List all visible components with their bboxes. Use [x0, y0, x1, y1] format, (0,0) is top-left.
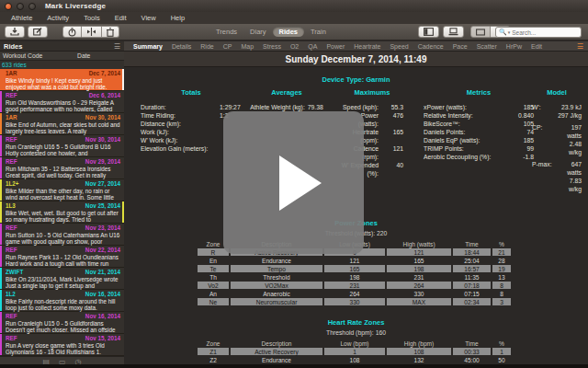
- split-icon: [86, 28, 96, 36]
- delete-button[interactable]: [102, 26, 119, 38]
- ride-workout-code: 1L2: [6, 291, 16, 298]
- zone-cell: 46: [492, 364, 511, 368]
- menu-view[interactable]: View: [134, 14, 164, 22]
- zone-cell: 07:18: [453, 282, 491, 289]
- tab-scatter[interactable]: Scatter: [472, 43, 502, 50]
- ride-list: 1ARDec 7, 2014Bike Windy bindy ! Kept ea…: [0, 69, 124, 356]
- zone-row: TeTempo16519816:5719: [198, 265, 511, 272]
- tab-power[interactable]: Power: [322, 43, 349, 50]
- ride-description: Run Sutton 10 - 5 Old Caterhamians An U1…: [6, 232, 120, 246]
- search-box[interactable]: 🔍 ▾: [495, 27, 582, 38]
- ride-list-item[interactable]: 1ARNov 30, 2014Bike End of Autumn, clear…: [0, 113, 124, 135]
- ride-list-item[interactable]: REFNov 22, 2014Run Raynes Park 13 - 12 O…: [0, 246, 124, 268]
- tabbed-view-button[interactable]: [470, 26, 491, 38]
- ride-list-item[interactable]: REFNov 16, 2014Run Cranleigh U15 0 - 5 G…: [0, 312, 124, 334]
- device-type: Device Type: Garmin: [124, 75, 588, 84]
- stopwatch-button[interactable]: [62, 26, 82, 38]
- zone-cell: 231: [387, 273, 451, 281]
- stat-label: Distance (km):: [141, 120, 220, 128]
- tab-qa[interactable]: QA: [303, 43, 322, 50]
- search-input[interactable]: [512, 29, 571, 36]
- zone-cell: Endurance: [231, 257, 322, 264]
- zone-cell: Te: [198, 265, 229, 272]
- play-icon[interactable]: [279, 155, 322, 211]
- tab-cadence[interactable]: Cadence: [413, 43, 448, 50]
- ride-list-item[interactable]: 1L2Nov 16, 2014Bike Fairly non-descript …: [0, 290, 124, 312]
- tab-details[interactable]: Details: [167, 43, 196, 50]
- ride-list-item[interactable]: 1L3Nov 25, 2014Bike Wet, wet, wet. But g…: [0, 201, 124, 224]
- ride-list-item[interactable]: REFNov 23, 2014Run Sutton 10 - 5 Old Cat…: [0, 224, 124, 246]
- ride-list-item[interactable]: REFNov 29, 2014Run Mitcham 35 - 12 Batte…: [0, 157, 124, 179]
- stat-label: Aerobic Decoupling (%):: [424, 153, 523, 161]
- ride-list-item[interactable]: REFDec 6, 2014Run Old Wandsworthians 0 -…: [0, 91, 124, 113]
- ride-color-stripe: [0, 268, 2, 289]
- sidebar-title: Rides: [4, 42, 22, 51]
- zone-cell: Endurance: [231, 356, 322, 363]
- ride-list-item[interactable]: REFNov 30, 2014Run Cranleigh U16 5 - 5 G…: [0, 135, 124, 157]
- zone-cell: 3: [492, 298, 511, 305]
- zone-cell: Z1: [198, 348, 229, 355]
- subheader: Rides ☰ SummaryDetailsRideCPMapStressO2Q…: [0, 41, 588, 52]
- viewtab-rides[interactable]: Rides: [273, 27, 304, 37]
- tab-heartrate[interactable]: Heartrate: [349, 43, 385, 50]
- menu-athlete[interactable]: Athlete: [4, 14, 40, 22]
- tab-pace[interactable]: Pace: [448, 43, 472, 50]
- tab-cp[interactable]: CP: [219, 43, 237, 50]
- split-button[interactable]: [82, 26, 102, 38]
- tabbar-menu-icon[interactable]: ☰: [577, 42, 583, 51]
- window-close-button[interactable]: [5, 3, 12, 10]
- import-activity-button[interactable]: [5, 26, 25, 38]
- menu-tools[interactable]: Tools: [76, 14, 107, 22]
- zone-cell: Anaerobic: [231, 290, 322, 297]
- tab-map[interactable]: Map: [236, 43, 258, 50]
- tab-stress[interactable]: Stress: [258, 43, 286, 50]
- window-minimize-button[interactable]: [17, 3, 24, 10]
- stat-label: xPower (watts):: [424, 103, 524, 111]
- folder-icon[interactable]: ▭: [59, 359, 66, 366]
- column-header-metrics: Metrics: [424, 88, 534, 97]
- ride-color-stripe: [0, 179, 2, 201]
- ride-workout-code: 1L3: [6, 202, 16, 210]
- menu-activity[interactable]: Activity: [40, 14, 76, 22]
- clock-icon[interactable]: ◷: [75, 359, 82, 366]
- date-column[interactable]: Date: [77, 52, 90, 59]
- zone-cell: 13: [492, 273, 511, 281]
- video-play-overlay[interactable]: [223, 111, 364, 254]
- ride-date: Nov 30, 2014: [85, 136, 120, 144]
- sidebar-menu-icon[interactable]: ☰: [114, 42, 120, 51]
- grid-icon[interactable]: ▤: [42, 359, 50, 366]
- zone-cell: 11:35: [453, 273, 491, 281]
- menu-help[interactable]: Help: [164, 14, 192, 22]
- trash-icon: [107, 28, 114, 37]
- lowbar-toggle-button[interactable]: [443, 26, 464, 38]
- ride-list-item[interactable]: 1ARDec 7, 2014Bike Windy bindy ! Kept ea…: [0, 69, 124, 91]
- tab-hrpw[interactable]: HrPw: [502, 43, 526, 50]
- tab-summary[interactable]: Summary: [129, 43, 167, 50]
- column-header-averages: Averages: [245, 88, 328, 97]
- ride-list-column-header[interactable]: Workout Code Date: [0, 52, 124, 61]
- chevron-down-icon[interactable]: ▾: [508, 29, 511, 35]
- sidebar-toggle-button[interactable]: [418, 26, 439, 38]
- compose-button[interactable]: [28, 26, 48, 38]
- viewtab-train[interactable]: Train: [304, 27, 333, 37]
- workout-code-column[interactable]: Workout Code: [0, 52, 42, 59]
- ride-list-item[interactable]: ZWIFTNov 21, 2014Bike On 23/11/2014, Mar…: [0, 268, 124, 290]
- ride-list-item[interactable]: 1L2+Nov 27, 2014Bike Milder than the oth…: [0, 179, 124, 201]
- viewtab-diary[interactable]: Diary: [243, 27, 273, 37]
- stat-row: Daniels Points:74: [424, 128, 534, 136]
- menu-edit[interactable]: Edit: [107, 14, 134, 22]
- stat-row: BikeScore™:105: [424, 120, 534, 128]
- tab-o2[interactable]: O2: [286, 43, 303, 50]
- zone-cell: VO2Max: [231, 282, 322, 289]
- tab-edit[interactable]: Edit: [526, 43, 547, 50]
- ride-list-item[interactable]: REFNov 15, 2014Run A very close game wit…: [0, 334, 124, 356]
- window-maximize-button[interactable]: [28, 3, 36, 10]
- ride-color-stripe: [0, 69, 2, 90]
- ride-color-stripe: [0, 135, 2, 156]
- ride-date: Dec 7, 2014: [89, 70, 120, 77]
- stat-label: CP:: [532, 123, 556, 140]
- tab-ride[interactable]: Ride: [196, 43, 218, 50]
- pencil-square-icon: [33, 28, 42, 36]
- tab-speed[interactable]: Speed: [385, 43, 413, 50]
- viewtab-trends[interactable]: Trends: [209, 27, 243, 37]
